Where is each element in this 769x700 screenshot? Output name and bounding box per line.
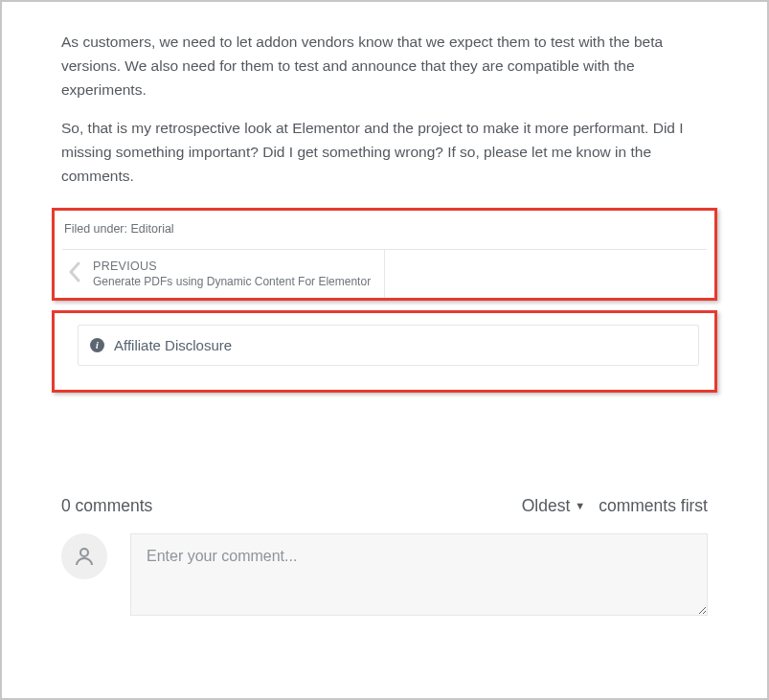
sort-suffix-label: comments first: [599, 496, 708, 516]
previous-post-title: Generate PDFs using Dynamic Content For …: [93, 275, 371, 288]
info-icon: i: [90, 338, 104, 352]
svg-point-0: [80, 549, 88, 556]
sort-dropdown[interactable]: Oldest ▼: [522, 496, 585, 516]
comments-count: 0 comments: [61, 496, 152, 516]
comment-form: [61, 533, 708, 616]
article-paragraph: As customers, we need to let addon vendo…: [61, 31, 708, 102]
article-body: As customers, we need to let addon vendo…: [61, 31, 708, 189]
category-link[interactable]: Editorial: [130, 222, 173, 236]
sort-selected-value: Oldest: [522, 496, 571, 516]
affiliate-disclosure-toggle[interactable]: i Affiliate Disclosure: [78, 325, 699, 366]
previous-label: PREVIOUS: [93, 260, 371, 273]
chevron-left-icon: [68, 261, 81, 286]
highlighted-meta-nav-region: Filed under: Editorial PREVIOUS Generate…: [52, 208, 717, 301]
chevron-down-icon: ▼: [575, 500, 585, 511]
comment-input[interactable]: [130, 533, 708, 616]
highlighted-disclosure-region: i Affiliate Disclosure: [52, 310, 717, 393]
comments-header: 0 comments Oldest ▼ comments first: [61, 496, 708, 516]
prev-text-group: PREVIOUS Generate PDFs using Dynamic Con…: [93, 260, 371, 288]
next-post-placeholder: [385, 250, 707, 298]
avatar: [61, 533, 107, 579]
user-icon: [73, 545, 96, 568]
previous-post-link[interactable]: PREVIOUS Generate PDFs using Dynamic Con…: [62, 250, 385, 298]
filed-under: Filed under: Editorial: [64, 222, 707, 236]
post-navigation: PREVIOUS Generate PDFs using Dynamic Con…: [62, 249, 707, 298]
comments-sort: Oldest ▼ comments first: [522, 496, 708, 516]
article-paragraph: So, that is my retrospective look at Ele…: [61, 117, 708, 188]
affiliate-disclosure-label: Affiliate Disclosure: [114, 337, 232, 353]
filed-under-label: Filed under:: [64, 222, 130, 236]
comments-section: 0 comments Oldest ▼ comments first: [61, 496, 708, 700]
